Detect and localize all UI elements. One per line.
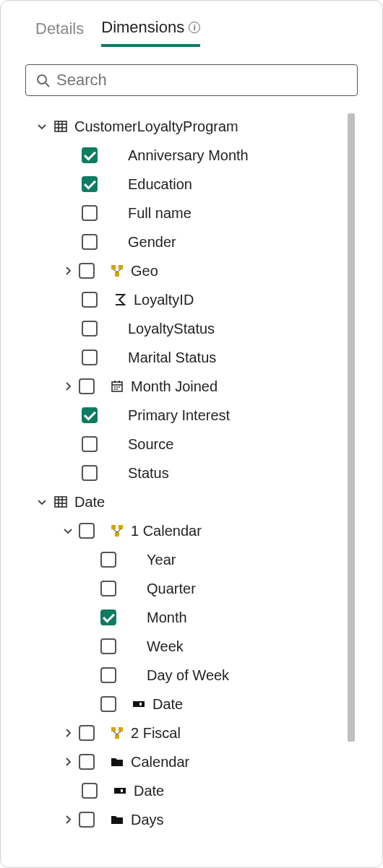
search-input[interactable] <box>56 71 348 90</box>
node-label: 2 Fiscal <box>131 725 181 742</box>
checkbox[interactable] <box>82 205 98 221</box>
node-label: Quarter <box>147 581 196 597</box>
field-week[interactable]: Week <box>37 632 368 661</box>
node-label: Calendar <box>131 754 189 771</box>
checkbox[interactable] <box>82 465 98 481</box>
field-primary-interest[interactable]: Primary Interest <box>37 401 368 430</box>
field-calendar-folder[interactable]: Calendar <box>37 747 368 776</box>
chevron-down-icon[interactable] <box>63 526 73 536</box>
checkbox[interactable] <box>79 263 95 279</box>
tab-label: Dimensions <box>101 18 184 37</box>
node-label: Date <box>74 494 105 511</box>
dimensions-panel: Details Dimensions i CustomerLoyaltyProg… <box>0 0 383 868</box>
node-label: Gender <box>128 234 176 251</box>
node-label: LoyaltyStatus <box>128 321 215 337</box>
chevron-right-icon[interactable] <box>63 815 73 825</box>
table-node-customerloyaltyprogram[interactable]: CustomerLoyaltyProgram <box>37 112 368 141</box>
node-label: Geo <box>131 263 158 279</box>
checkbox[interactable] <box>82 321 98 337</box>
checkbox[interactable] <box>79 378 95 394</box>
field-full-name[interactable]: Full name <box>37 199 368 227</box>
key-icon <box>112 783 128 799</box>
field-source[interactable]: Source <box>37 430 368 459</box>
hierarchy-icon <box>109 523 125 539</box>
info-icon[interactable]: i <box>189 22 200 33</box>
field-days-folder[interactable]: Days <box>37 805 368 834</box>
field-date-key[interactable]: Date <box>37 776 368 805</box>
checkbox[interactable] <box>82 234 98 250</box>
checkbox[interactable] <box>82 350 98 365</box>
checkbox[interactable] <box>82 176 98 192</box>
checkbox[interactable] <box>82 147 98 163</box>
chevron-right-icon[interactable] <box>63 757 73 767</box>
field-status[interactable]: Status <box>37 459 368 487</box>
checkbox[interactable] <box>79 725 95 741</box>
table-node-date[interactable]: Date <box>37 487 368 516</box>
node-label: Date <box>152 696 183 713</box>
checkbox[interactable] <box>79 812 95 828</box>
checkbox[interactable] <box>100 667 116 683</box>
hierarchy-icon <box>109 263 125 279</box>
tab-dimensions[interactable]: Dimensions i <box>101 18 200 47</box>
checkbox[interactable] <box>79 754 95 770</box>
node-label: Education <box>128 176 192 193</box>
chevron-right-icon[interactable] <box>63 266 73 276</box>
chevron-down-icon[interactable] <box>37 121 47 131</box>
search-icon <box>35 72 51 88</box>
search-field[interactable] <box>25 64 358 96</box>
checkbox[interactable] <box>100 552 116 568</box>
checkbox[interactable] <box>82 292 98 308</box>
checkbox[interactable] <box>82 407 98 423</box>
node-label: Marital Status <box>128 350 216 366</box>
field-date-level[interactable]: Date <box>37 690 368 719</box>
chevron-right-icon[interactable] <box>63 728 73 738</box>
node-label: CustomerLoyaltyProgram <box>74 118 238 135</box>
hierarchy-icon <box>109 725 125 741</box>
tab-bar: Details Dimensions i <box>15 18 368 47</box>
field-month-joined[interactable]: Month Joined <box>37 372 368 401</box>
checkbox[interactable] <box>100 609 116 625</box>
chevron-down-icon[interactable] <box>37 497 47 507</box>
field-education[interactable]: Education <box>37 170 368 199</box>
tab-label: Details <box>35 19 84 38</box>
field-2-fiscal[interactable]: 2 Fiscal <box>37 719 368 747</box>
field-month[interactable]: Month <box>37 603 368 632</box>
field-year[interactable]: Year <box>37 545 368 574</box>
node-label: Year <box>147 552 176 568</box>
node-label: Week <box>147 638 184 655</box>
node-label: Primary Interest <box>128 407 230 424</box>
calendar-icon <box>109 378 125 394</box>
node-label: Month <box>147 609 187 626</box>
field-quarter[interactable]: Quarter <box>37 574 368 603</box>
node-label: Day of Week <box>147 667 229 684</box>
node-label: 1 Calendar <box>131 523 202 539</box>
checkbox[interactable] <box>100 638 116 654</box>
field-loyaltystatus[interactable]: LoyaltyStatus <box>37 314 368 343</box>
folder-icon <box>109 812 125 828</box>
table-icon <box>53 494 69 510</box>
field-loyaltyid[interactable]: LoyaltyID <box>37 285 368 314</box>
checkbox[interactable] <box>82 783 98 799</box>
node-label: LoyaltyID <box>134 292 194 308</box>
field-1-calendar[interactable]: 1 Calendar <box>37 516 368 545</box>
field-gender[interactable]: Gender <box>37 227 368 256</box>
chevron-right-icon[interactable] <box>63 381 73 391</box>
node-label: Month Joined <box>131 378 218 395</box>
field-geo[interactable]: Geo <box>37 256 368 285</box>
field-anniversary-month[interactable]: Anniversary Month <box>37 141 368 170</box>
field-day-of-week[interactable]: Day of Week <box>37 661 368 690</box>
node-label: Source <box>128 436 173 453</box>
node-label: Full name <box>128 205 192 222</box>
checkbox[interactable] <box>100 581 116 596</box>
field-marital-status[interactable]: Marital Status <box>37 343 368 372</box>
folder-icon <box>109 754 125 770</box>
sigma-icon <box>112 292 128 308</box>
key-icon <box>131 696 147 712</box>
field-tree: CustomerLoyaltyProgram Anniversary Month… <box>15 106 368 834</box>
checkbox[interactable] <box>82 436 98 452</box>
tab-details[interactable]: Details <box>35 18 84 47</box>
scrollbar[interactable] <box>348 113 355 742</box>
checkbox[interactable] <box>79 523 95 539</box>
table-icon <box>53 118 69 134</box>
checkbox[interactable] <box>100 696 116 712</box>
